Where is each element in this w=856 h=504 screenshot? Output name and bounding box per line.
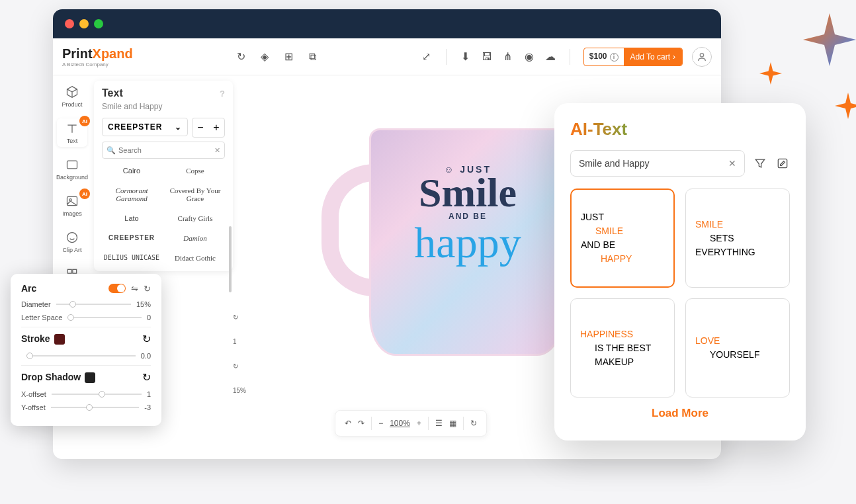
x-offset-value: 1 [147, 390, 151, 398]
ai-panel-title: AI-Text [570, 119, 790, 140]
ai-search-field[interactable]: Smile and Happy ✕ [570, 150, 745, 177]
stroke-value: 0.0 [141, 352, 151, 360]
user-avatar[interactable] [692, 47, 712, 67]
nav-images[interactable]: AI Images [57, 191, 87, 220]
toolbar-center-group: ↻ ◈ ⊞ ⧉ [235, 51, 318, 63]
save-icon[interactable]: 🖫 [481, 51, 493, 63]
nav-text[interactable]: AI Text [57, 118, 87, 147]
download-icon[interactable]: ⬇ [460, 51, 472, 63]
cube-icon [65, 85, 79, 99]
mug-text-line: happy [385, 221, 550, 265]
nav-background[interactable]: Background [57, 155, 87, 183]
layers-icon[interactable]: ◈ [259, 51, 271, 63]
stroke-title: Stroke [21, 333, 65, 345]
svg-rect-6 [73, 269, 77, 273]
smile-icon [65, 230, 79, 245]
x-offset-slider[interactable] [52, 394, 142, 395]
reset-icon[interactable]: ↻ [142, 333, 151, 345]
ai-suggestion-card[interactable]: SMILE SETS EVERYTHING [685, 189, 790, 288]
zoom-in-button[interactable]: + [417, 419, 421, 428]
price-badge: $100i Add To cart› [583, 48, 683, 66]
svg-rect-1 [67, 161, 77, 169]
ai-text-panel: AI-Text Smile and Happy ✕ JUST SMILE AND… [554, 103, 806, 441]
effects-panel: Arc ⇋ ↻ Diameter 15% Letter Space 0 Stro… [11, 274, 161, 426]
undo-icon[interactable]: ↶ [345, 419, 351, 428]
canvas-toolbar: ↶ ↷ − 100% + ☰ ▦ ↻ [335, 410, 487, 437]
add-image-icon[interactable]: ⊞ [282, 51, 294, 63]
filter-icon[interactable] [753, 156, 767, 171]
add-to-cart-button[interactable]: Add To cart› [624, 48, 682, 65]
chevron-right-icon: › [673, 52, 675, 62]
top-toolbar: PrintXpand A Biztech Company ↻ ◈ ⊞ ⧉ ⤢ ⬇… [53, 38, 721, 75]
side-nav: Product AI Text Background AI Images Cli… [53, 75, 91, 292]
svg-rect-5 [67, 269, 71, 273]
arc-toggle[interactable] [108, 284, 126, 293]
brand-logo: PrintXpand A Biztech Company [62, 46, 133, 67]
nav-clipart[interactable]: Clip Art [57, 228, 87, 256]
shadow-title: Drop Shadow [21, 372, 95, 383]
diameter-slider[interactable] [56, 304, 131, 305]
arc-title: Arc [21, 283, 36, 294]
zoom-level: 100% [390, 419, 410, 428]
y-offset-slider[interactable] [51, 407, 140, 408]
y-offset-label: Y-offset [21, 403, 46, 411]
print-icon[interactable]: ☁ [544, 51, 556, 63]
stroke-slider[interactable] [26, 355, 136, 357]
window-titlebar [53, 9, 721, 38]
minimize-window-icon[interactable] [79, 19, 89, 28]
image-icon [65, 194, 79, 208]
y-offset-value: -3 [144, 403, 151, 411]
reset-view-icon[interactable]: ↻ [470, 419, 477, 428]
share-icon[interactable]: ⋔ [502, 51, 514, 63]
ai-badge-icon: AI [79, 189, 90, 199]
letter-space-slider[interactable] [67, 317, 142, 318]
text-icon [65, 121, 79, 136]
svg-point-4 [67, 233, 77, 243]
ai-suggestion-card[interactable]: LOVE YOURSELF [685, 298, 790, 398]
zoom-out-button[interactable]: − [378, 419, 383, 428]
load-more-button[interactable]: Load More [570, 407, 790, 420]
stroke-color-swatch[interactable] [54, 334, 65, 345]
price-amount: $100i [584, 52, 624, 62]
preview-icon[interactable]: ◉ [523, 51, 535, 63]
close-window-icon[interactable] [65, 19, 74, 28]
ai-suggestion-card[interactable]: JUST SMILE AND BE HAPPY [570, 189, 675, 288]
x-offset-label: X-offset [21, 390, 46, 398]
info-icon[interactable]: i [610, 53, 619, 62]
product-preview: ☺ JUST Smile AND BE happy [312, 124, 570, 376]
toolbar-right-group: ⤢ ⬇ 🖫 ⋔ ◉ ☁ $100i Add To cart› [421, 47, 712, 67]
diameter-label: Diameter [21, 300, 51, 308]
clear-icon[interactable]: ✕ [728, 158, 736, 169]
svg-rect-8 [778, 159, 787, 167]
svg-point-0 [700, 53, 703, 56]
diameter-value: 15% [136, 300, 151, 308]
align-icon[interactable]: ☰ [435, 419, 443, 428]
flip-h-icon[interactable]: ⇋ [131, 284, 138, 294]
maximize-window-icon[interactable] [94, 19, 103, 28]
ai-search-value: Smile and Happy [579, 158, 650, 169]
edit-icon[interactable] [775, 156, 790, 171]
grid-icon[interactable]: ▦ [449, 419, 456, 428]
background-icon [65, 157, 79, 172]
ai-suggestion-card[interactable]: HAPPINESS IS THE BEST MAKEUP [570, 298, 675, 398]
reset-icon[interactable]: ↻ [142, 371, 151, 384]
reset-icon[interactable]: ↻ [144, 284, 151, 294]
nav-product[interactable]: Product [57, 82, 87, 110]
shadow-color-swatch[interactable] [85, 372, 95, 383]
ai-badge-icon: AI [79, 116, 90, 126]
mug-text-line: Smile [385, 175, 550, 212]
letter-space-label: Letter Space [21, 314, 62, 321]
redo-icon[interactable]: ↷ [358, 419, 364, 428]
letter-space-value: 0 [147, 314, 151, 321]
refresh-icon[interactable]: ↻ [235, 51, 247, 63]
expand-icon[interactable]: ⤢ [421, 51, 433, 63]
duplicate-icon[interactable]: ⧉ [306, 51, 318, 63]
